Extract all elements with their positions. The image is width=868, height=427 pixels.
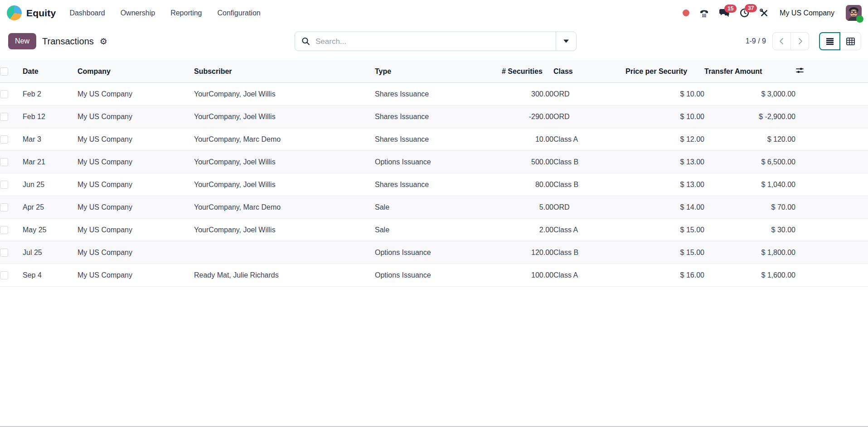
chevron-left-icon (777, 37, 786, 46)
row-checkbox[interactable] (0, 90, 8, 98)
cell-spacer (795, 219, 868, 241)
cell-spacer (795, 241, 868, 264)
cell-subscriber: YourCompany, Joel Willis (194, 173, 375, 196)
cell-subscriber: YourCompany, Marc Demo (194, 196, 375, 219)
tools-icon[interactable] (759, 8, 769, 18)
cell-securities: 300.00 (502, 83, 553, 106)
cell-spacer (795, 196, 868, 219)
optional-columns-icon[interactable] (795, 67, 804, 74)
new-button[interactable]: New (8, 33, 36, 49)
messages-badge: 15 (724, 5, 737, 13)
cell-subscriber: Ready Mat, Julie Richards (194, 264, 375, 287)
table-row[interactable]: Apr 25 My US Company YourCompany, Marc D… (0, 196, 868, 219)
column-header-class[interactable]: Class (553, 60, 626, 83)
phone-icon[interactable] (699, 8, 709, 18)
cell-class: Class B (553, 173, 626, 196)
cell-date: Jul 25 (23, 241, 78, 264)
row-checkbox[interactable] (0, 113, 8, 121)
transactions-table: Date Company Subscriber Type # Securitie… (0, 60, 868, 287)
cell-price: $ 10.00 (626, 83, 704, 106)
cell-transfer: $ 70.00 (704, 196, 795, 219)
cell-price: $ 15.00 (626, 219, 704, 241)
cell-company: My US Company (78, 219, 194, 241)
table-row[interactable]: May 25 My US Company YourCompany, Joel W… (0, 219, 868, 241)
row-checkbox[interactable] (0, 203, 8, 211)
cell-company: My US Company (78, 173, 194, 196)
table-row[interactable]: Jul 25 My US Company Options Issuance 12… (0, 241, 868, 264)
table-row[interactable]: Feb 12 My US Company YourCompany, Joel W… (0, 106, 868, 128)
systray: 15 37 My US Company (683, 5, 862, 21)
gear-icon[interactable]: ⚙ (100, 37, 107, 46)
cell-class: Class B (553, 241, 626, 264)
page-title: Transactions (42, 36, 94, 47)
main-menu: Dashboard Ownership Reporting Configurat… (69, 0, 260, 26)
search-input[interactable] (315, 36, 556, 46)
menu-ownership[interactable]: Ownership (121, 0, 155, 26)
cell-transfer: $ 1,040.00 (704, 173, 795, 196)
column-header-transfer[interactable]: Transfer Amount (704, 60, 795, 83)
column-header-date[interactable]: Date (23, 60, 78, 83)
row-checkbox[interactable] (0, 181, 8, 189)
column-header-price[interactable]: Price per Security (626, 60, 704, 83)
table-row[interactable]: Jun 25 My US Company YourCompany, Joel W… (0, 173, 868, 196)
select-all-checkbox[interactable] (0, 67, 8, 76)
cell-transfer: $ -2,900.00 (704, 106, 795, 128)
column-header-company[interactable]: Company (78, 60, 194, 83)
column-header-subscriber[interactable]: Subscriber (194, 60, 375, 83)
menu-reporting[interactable]: Reporting (170, 0, 202, 26)
chevron-right-icon (795, 37, 805, 46)
column-header-type[interactable]: Type (375, 60, 502, 83)
table-row[interactable]: Mar 21 My US Company YourCompany, Joel W… (0, 151, 868, 173)
cell-type: Shares Issuance (375, 128, 502, 151)
cell-date: Sep 4 (23, 264, 78, 287)
table-row[interactable]: Sep 4 My US Company Ready Mat, Julie Ric… (0, 264, 868, 287)
view-switcher (819, 32, 861, 50)
menu-configuration[interactable]: Configuration (218, 0, 261, 26)
cell-type: Sale (375, 219, 502, 241)
pivot-view-button[interactable] (840, 32, 861, 50)
cell-company: My US Company (78, 106, 194, 128)
row-checkbox[interactable] (0, 271, 8, 279)
app-name: Equity (26, 8, 56, 19)
menu-dashboard[interactable]: Dashboard (69, 0, 105, 26)
apps-menu-button[interactable]: Equity (7, 5, 56, 20)
cell-spacer (795, 106, 868, 128)
cell-date: Feb 2 (23, 83, 78, 106)
cell-type: Sale (375, 196, 502, 219)
row-checkbox[interactable] (0, 249, 8, 257)
user-menu[interactable] (846, 5, 862, 21)
activities-badge: 37 (745, 4, 757, 12)
search-dropdown-toggle[interactable] (556, 32, 576, 51)
cell-company: My US Company (78, 264, 194, 287)
top-navbar: Equity Dashboard Ownership Reporting Con… (0, 0, 868, 26)
row-checkbox[interactable] (0, 158, 8, 166)
activities-clock-icon[interactable]: 37 (739, 8, 750, 18)
pivot-view-icon (846, 38, 855, 45)
pager-next-button[interactable] (790, 32, 809, 50)
cell-subscriber (194, 241, 375, 264)
cell-transfer: $ 1,800.00 (704, 241, 795, 264)
table-row[interactable]: Mar 3 My US Company YourCompany, Marc De… (0, 128, 868, 151)
cell-transfer: $ 30.00 (704, 219, 795, 241)
cell-subscriber: YourCompany, Joel Willis (194, 219, 375, 241)
cell-spacer (795, 151, 868, 173)
cell-date: Feb 12 (23, 106, 78, 128)
cell-securities: 2.00 (502, 219, 553, 241)
list-view-button[interactable] (819, 32, 840, 50)
red-status-icon (683, 10, 689, 16)
column-header-securities[interactable]: # Securities (502, 60, 553, 83)
table-row[interactable]: Feb 2 My US Company YourCompany, Joel Wi… (0, 83, 868, 106)
row-checkbox[interactable] (0, 135, 8, 144)
cell-price: $ 16.00 (626, 264, 704, 287)
pager-previous-button[interactable] (772, 32, 791, 50)
cell-company: My US Company (78, 196, 194, 219)
messages-icon[interactable]: 15 (719, 8, 730, 18)
company-name: My US Company (780, 9, 834, 17)
cell-type: Options Issuance (375, 151, 502, 173)
cell-date: Apr 25 (23, 196, 78, 219)
company-switcher[interactable]: My US Company (779, 9, 834, 17)
cell-price: $ 12.00 (626, 128, 704, 151)
cell-type: Shares Issuance (375, 106, 502, 128)
row-checkbox[interactable] (0, 226, 8, 234)
cell-date: May 25 (23, 219, 78, 241)
